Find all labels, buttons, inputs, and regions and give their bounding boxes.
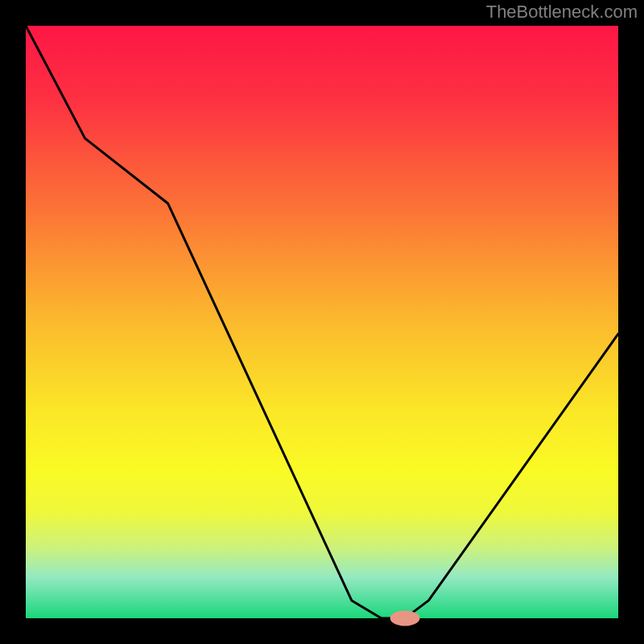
watermark-text: TheBottleneck.com	[486, 2, 638, 23]
bottleneck-chart	[0, 0, 644, 644]
chart-plot-area	[26, 26, 618, 618]
optimal-point-marker	[390, 610, 420, 625]
chart-container: TheBottleneck.com	[0, 0, 644, 644]
